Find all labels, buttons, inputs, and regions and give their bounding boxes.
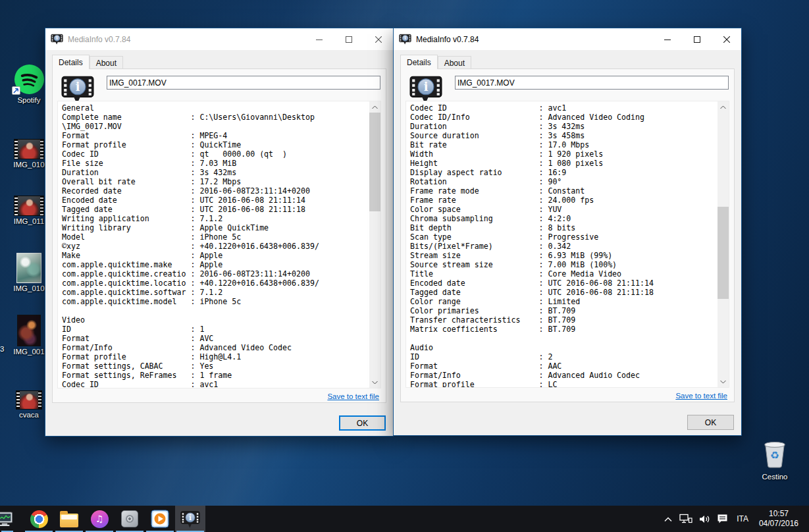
info-line	[62, 306, 369, 315]
scrollbar-thumb[interactable]	[369, 113, 380, 211]
tray-language-indicator[interactable]: ITA	[731, 514, 754, 523]
desktop: Spotify IMG_010 IMG_011 IMG_010 IMG_001 …	[0, 0, 809, 532]
maximize-button[interactable]	[682, 28, 712, 50]
desktop-icon-label: IMG_010	[8, 284, 50, 293]
tab-about[interactable]: About	[90, 56, 123, 68]
windows-media-player-icon	[151, 510, 169, 528]
minimize-button[interactable]	[304, 28, 334, 50]
desktop-icon-img010-video[interactable]: IMG_010	[8, 126, 50, 169]
vertical-scrollbar[interactable]	[718, 101, 729, 387]
taskbar-button-chrome[interactable]	[24, 506, 54, 532]
info-line: \IMG_0017.MOV	[62, 122, 369, 131]
minimize-button[interactable]	[652, 28, 682, 50]
clipped-icon-label: 3	[0, 345, 4, 353]
save-to-text-file-link[interactable]: Save to text file	[675, 392, 727, 400]
close-button[interactable]	[712, 28, 741, 50]
info-line: Format/Info : Advanced Video Codec	[62, 343, 369, 352]
video-file-thumbnail	[14, 139, 44, 159]
info-line: Width : 1 920 pixels	[410, 149, 718, 159]
desktop-icon-label: cvaca	[8, 411, 50, 419]
taskbar-button-file-explorer[interactable]	[54, 506, 84, 532]
desktop-icon-label: IMG_010	[8, 161, 50, 169]
ok-button[interactable]: OK	[687, 415, 734, 430]
desktop-icon-label: IMG_001	[8, 348, 50, 356]
scrollbar-thumb[interactable]	[718, 207, 729, 299]
desktop-icon-label: Spotify	[8, 96, 50, 105]
taskbar-button-system-monitor[interactable]	[0, 506, 14, 532]
filename-input[interactable]	[107, 76, 380, 90]
desktop-icon-recycle-bin[interactable]: ♻ Cestino	[754, 439, 795, 481]
media-info-text-area[interactable]: Codec ID : avc1Codec ID/Info : Advanced …	[405, 101, 729, 388]
spotify-icon	[8, 62, 50, 95]
info-line: com.apple.quicktime.make : Apple	[62, 260, 369, 269]
media-info-text-area[interactable]: GeneralComplete name : C:\Users\Giovanni…	[57, 101, 381, 388]
scroll-up-button[interactable]	[718, 101, 729, 113]
desktop-icon-spotify[interactable]: Spotify	[8, 62, 50, 105]
filename-input[interactable]	[455, 76, 729, 90]
titlebar[interactable]: MediaInfo v0.7.84	[394, 28, 741, 50]
info-line: Complete name : C:\Users\Giovanni\Deskto…	[62, 113, 369, 122]
info-line: com.apple.quicktime.creatio : 2016-06-08…	[62, 269, 369, 279]
desktop-icon-cvaca[interactable]: cvaca	[8, 377, 50, 419]
tab-details[interactable]: Details	[52, 55, 90, 69]
info-line: Duration : 3s 432ms	[62, 168, 369, 177]
scroll-up-button[interactable]	[369, 101, 380, 113]
scroll-down-button[interactable]	[718, 376, 729, 387]
info-line: com.apple.quicktime.softwar : 7.1.2	[62, 288, 369, 297]
recycle-bin-icon: ♻	[761, 439, 789, 469]
tray-chevron-up-icon[interactable]	[660, 506, 676, 532]
info-line: Tagged date : UTC 2016-06-08 21:11:18	[62, 205, 369, 214]
maximize-button[interactable]	[334, 28, 363, 50]
info-line: Source stream size : 7.00 MiB (100%)	[410, 260, 718, 269]
info-line: Format settings, ReFrames : 1 frame	[62, 371, 369, 380]
info-line: Codec ID : qt 0000.00 (qt )	[62, 149, 369, 159]
taskbar-button-media-converter[interactable]	[115, 506, 145, 532]
scroll-down-button[interactable]	[369, 377, 380, 388]
info-line: Format/Info : Advanced Audio Codec	[410, 371, 718, 380]
desktop-icon-img010-photo[interactable]: IMG_010	[8, 250, 50, 293]
close-button[interactable]	[363, 28, 393, 50]
info-line: Codec ID/Info : Advanced Video Coding	[410, 113, 718, 122]
tab-strip: Details About	[45, 55, 393, 68]
save-to-text-file-link[interactable]: Save to text file	[327, 392, 379, 400]
taskbar-button-windows-media-player[interactable]	[145, 506, 175, 532]
info-line: Writing library : Apple QuickTime	[62, 223, 369, 232]
vertical-scrollbar[interactable]	[369, 101, 380, 388]
media-converter-icon	[121, 510, 138, 527]
tray-clock[interactable]: 10:57 04/07/2016	[754, 509, 804, 529]
video-file-thumbnail	[14, 196, 44, 216]
info-line: Bit depth : 8 bits	[410, 223, 718, 232]
info-line: Video	[62, 315, 369, 325]
tab-strip: Details About	[394, 55, 741, 68]
ok-button[interactable]: OK	[339, 415, 386, 431]
desktop-icon-img001[interactable]: IMG_001	[8, 313, 50, 356]
tray-volume-icon[interactable]	[696, 506, 714, 532]
info-lines: GeneralComplete name : C:\Users\Giovanni…	[58, 101, 369, 388]
mediainfo-window-left: MediaInfo v0.7.84 Details About GeneralC…	[45, 28, 394, 437]
info-line: Bit rate : 17.0 Mbps	[410, 140, 718, 149]
tray-time: 10:57	[759, 509, 798, 519]
taskbar-button-mediainfo[interactable]	[175, 506, 205, 532]
tab-details[interactable]: Details	[400, 55, 438, 69]
info-line: ID : 2	[410, 352, 718, 361]
titlebar[interactable]: MediaInfo v0.7.84	[45, 28, 393, 50]
tray-network-icon[interactable]	[676, 506, 696, 532]
info-line: Writing application : 7.1.2	[62, 214, 369, 223]
photo-file-thumbnail	[17, 315, 41, 346]
info-line: General	[62, 103, 369, 113]
info-line: Title : Core Media Video	[410, 269, 718, 279]
file-explorer-icon	[60, 514, 78, 527]
recycle-bin-label: Cestino	[754, 473, 795, 481]
window-title: MediaInfo v0.7.84	[416, 35, 479, 44]
info-line: Overall bit rate : 17.2 Mbps	[62, 177, 369, 186]
system-tray: ITA 10:57 04/07/2016	[660, 506, 809, 532]
info-line: Codec ID : avc1	[410, 103, 718, 113]
info-line: ID : 1	[62, 325, 369, 334]
desktop-icon-img011-video[interactable]: IMG_011	[8, 183, 50, 226]
tray-action-center-icon[interactable]	[714, 506, 731, 532]
taskbar-button-itunes[interactable]: ♫	[84, 506, 115, 532]
tab-about[interactable]: About	[438, 56, 471, 68]
info-line: Display aspect ratio : 16:9	[410, 168, 718, 177]
info-line: Format profile : QuickTime	[62, 140, 369, 149]
info-line: Stream size : 6.93 MiB (99%)	[410, 251, 718, 260]
